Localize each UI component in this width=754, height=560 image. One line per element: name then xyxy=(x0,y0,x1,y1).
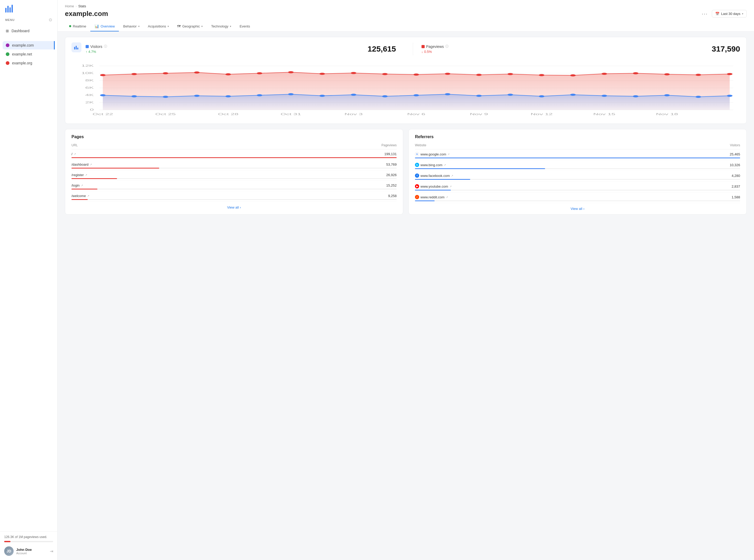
tab-realtime-label: Realtime xyxy=(73,24,86,28)
svg-point-18 xyxy=(131,73,137,75)
content-area: Visitors ⓘ ↑ 4.7% 125,615 Pageview xyxy=(58,32,754,220)
table-row: /login ↗ 15,252 xyxy=(72,181,397,191)
referrer-bar-4 xyxy=(415,190,451,191)
svg-text:Nov 6: Nov 6 xyxy=(407,113,425,116)
bing-icon: b xyxy=(415,163,419,167)
svg-text:12K: 12K xyxy=(81,64,94,67)
table-row: /register ↗ 26,926 xyxy=(72,171,397,181)
pages-bar-1 xyxy=(72,157,397,158)
acquisitions-chevron-icon: ▾ xyxy=(168,25,169,28)
svg-text:Oct 31: Oct 31 xyxy=(281,113,301,116)
svg-point-44 xyxy=(288,93,293,95)
referrer-url-5: r www.reddit.com ↗ xyxy=(415,195,448,199)
table-row: /welcome ↗ 9,258 xyxy=(72,191,397,202)
referrers-view-all-button[interactable]: View all › xyxy=(415,203,740,214)
chart-area: 12K 10K 8K 6K 4K 2K 0 xyxy=(72,61,740,119)
more-options-button[interactable]: ··· xyxy=(702,11,708,17)
svg-point-53 xyxy=(570,94,576,96)
user-row: JD John Doe Account ⇥ xyxy=(4,546,53,556)
pageviews-info-icon[interactable]: ⓘ xyxy=(445,44,448,49)
pages-url-5: /welcome ↗ xyxy=(72,194,89,198)
pages-val-5: 9,258 xyxy=(388,194,397,198)
pages-row-top-4: /login ↗ 15,252 xyxy=(72,183,397,187)
pageviews-bar-bg xyxy=(4,541,53,542)
svg-point-17 xyxy=(100,74,105,76)
tab-acquisitions-label: Acquisitions xyxy=(148,24,166,28)
svg-point-46 xyxy=(351,94,356,96)
tab-behavior[interactable]: Behavior ▾ xyxy=(119,21,143,32)
ext-link-icon: ↗ xyxy=(444,163,446,166)
table-row: r www.reddit.com ↗ 1,588 xyxy=(415,192,740,203)
tab-behavior-label: Behavior xyxy=(123,24,136,28)
logo-bar-2 xyxy=(7,6,8,13)
tab-overview-label: Overview xyxy=(100,24,115,28)
chart-card: Visitors ⓘ ↑ 4.7% 125,615 Pageview xyxy=(65,37,747,124)
tab-geographic[interactable]: 🗺 Geographic ▾ xyxy=(173,21,207,32)
referrer-row-top-3: f www.facebook.com ↗ 4,280 xyxy=(415,174,740,178)
site-dot-example-org xyxy=(6,61,9,65)
ext-link-icon: ↗ xyxy=(446,196,448,199)
svg-point-36 xyxy=(696,74,701,76)
tab-technology[interactable]: Technology ▾ xyxy=(207,21,235,32)
svg-point-19 xyxy=(163,72,168,74)
sidebar-item-label: Dashboard xyxy=(12,29,30,33)
svg-text:10K: 10K xyxy=(81,72,94,75)
sidebar-item-example-org[interactable]: example.org xyxy=(3,59,55,67)
sidebar-menu-header: MENU ⊙ xyxy=(0,15,57,25)
visitors-change: ↑ 4.7% xyxy=(85,50,368,54)
pages-card: Pages URL Pageviews / ↗ 199,131 xyxy=(65,129,403,215)
pageviews-bar-fill xyxy=(4,541,11,542)
pages-url-2: /dashboard ↗ xyxy=(72,162,92,166)
referrer-val-5: 1,588 xyxy=(732,195,740,199)
geographic-chevron-icon: ▾ xyxy=(201,25,202,28)
visitors-info-icon[interactable]: ⓘ xyxy=(104,44,107,49)
referrer-url-2: b www.bing.com ↗ xyxy=(415,163,446,167)
svg-point-51 xyxy=(507,94,513,96)
pages-bar-3 xyxy=(72,178,117,179)
metric-pageviews: Pageviews ⓘ ↓ 0.5% xyxy=(422,44,703,54)
sidebar-nav: ⊞ Dashboard xyxy=(0,25,57,37)
visitors-up-arrow: ↑ xyxy=(85,50,88,54)
referrers-table-header: Website Visitors xyxy=(415,143,740,149)
svg-point-52 xyxy=(539,95,544,97)
pages-row-top-1: / ↗ 199,131 xyxy=(72,152,397,156)
facebook-icon: f xyxy=(415,174,419,178)
svg-point-54 xyxy=(602,95,607,97)
referrers-col-visitors: Visitors xyxy=(730,143,740,147)
svg-text:Nov 9: Nov 9 xyxy=(470,113,488,116)
svg-point-39 xyxy=(131,95,137,97)
nav-tabs: Realtime 📊 Overview Behavior ▾ Acquisiti… xyxy=(65,21,747,32)
pageviews-down-arrow: ↓ xyxy=(422,50,423,54)
pages-bar-5 xyxy=(72,199,88,200)
svg-point-30 xyxy=(507,73,513,75)
tab-technology-label: Technology xyxy=(211,24,228,28)
tab-events[interactable]: Events xyxy=(235,21,254,32)
referrer-bar-2 xyxy=(415,168,545,169)
sidebar-item-example-com[interactable]: example.com xyxy=(3,41,55,49)
pages-view-all-button[interactable]: View all › xyxy=(72,202,397,213)
referrer-url-4: ▶ www.youtube.com ↗ xyxy=(415,184,451,188)
svg-text:8K: 8K xyxy=(85,79,94,82)
tab-acquisitions[interactable]: Acquisitions ▾ xyxy=(144,21,173,32)
svg-point-35 xyxy=(664,73,670,75)
logout-icon[interactable]: ⇥ xyxy=(50,549,53,554)
settings-icon[interactable]: ⊙ xyxy=(49,17,52,22)
tab-overview[interactable]: 📊 Overview xyxy=(90,21,119,32)
date-picker[interactable]: 📅 Last 30 days ▾ xyxy=(712,10,747,18)
table-row: /dashboard ↗ 53,769 xyxy=(72,160,397,171)
sidebar-sites-section: example.com example.net example.org xyxy=(0,37,57,69)
referrer-url-3: f www.facebook.com ↗ xyxy=(415,174,453,178)
tab-realtime[interactable]: Realtime xyxy=(65,21,90,32)
pageviews-value: 317,590 xyxy=(712,44,740,53)
svg-point-48 xyxy=(413,94,419,96)
referrers-col-website: Website xyxy=(415,143,426,147)
svg-text:Nov 12: Nov 12 xyxy=(531,113,553,116)
sidebar-item-example-net[interactable]: example.net xyxy=(3,50,55,58)
sidebar-item-dashboard[interactable]: ⊞ Dashboard xyxy=(3,26,55,35)
pageviews-used-label: 126.3K of 1M pageviews used. xyxy=(4,535,53,539)
chart-icon xyxy=(72,42,81,52)
visitors-value: 125,615 xyxy=(368,44,396,53)
breadcrumb-home[interactable]: Home xyxy=(65,4,74,8)
ext-link-icon: ↗ xyxy=(449,185,451,188)
svg-text:6K: 6K xyxy=(85,86,94,89)
